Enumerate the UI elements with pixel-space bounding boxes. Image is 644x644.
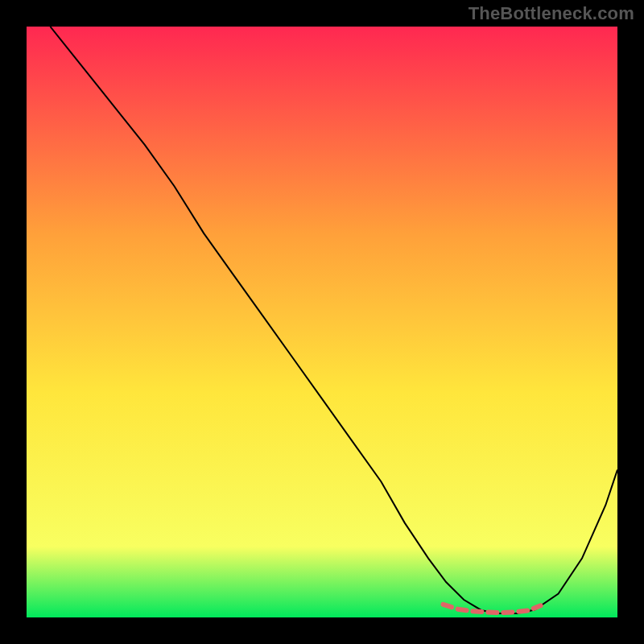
- gradient-background: [27, 27, 617, 617]
- watermark-text: TheBottleneck.com: [469, 3, 634, 24]
- chart-svg: [27, 27, 617, 617]
- chart-container: TheBottleneck.com: [0, 0, 644, 644]
- plot-area: [27, 27, 617, 617]
